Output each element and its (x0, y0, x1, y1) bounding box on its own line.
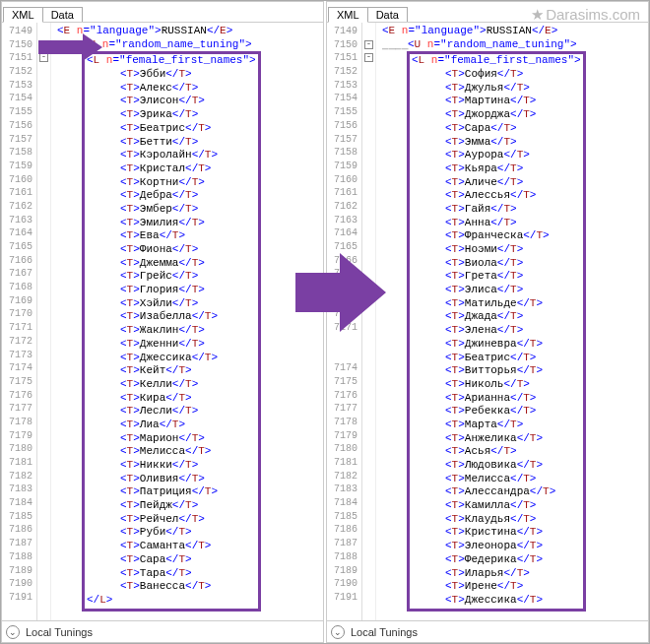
code-line[interactable]: <T>Кристина</T> (412, 526, 581, 540)
code-line[interactable]: <T>Арианна</T> (412, 392, 581, 406)
code-line[interactable]: <T>Кьяра</T> (412, 162, 581, 176)
code-line[interactable]: <T>Беатрис</T> (87, 122, 256, 136)
code-line[interactable]: <T>Джессика</T> (412, 594, 581, 608)
code-line[interactable]: <T>Дженни</T> (87, 338, 256, 352)
code-line[interactable]: <L n="female_first_names"> (87, 54, 256, 68)
code-line[interactable]: <T>Анна</T> (412, 217, 581, 230)
code-line[interactable]: <T>Саманта</T> (87, 540, 256, 553)
code-line[interactable]: <T>Матильде</T> (412, 297, 581, 311)
code-line[interactable]: <T>Пейдж</T> (87, 499, 256, 513)
gutter-line: 7170 (2, 307, 36, 321)
code-line[interactable]: <T>Людовика</T> (412, 459, 581, 473)
code-line[interactable]: <T>Лиа</T> (87, 419, 256, 432)
code-line[interactable]: <T>Элиса</T> (412, 284, 581, 297)
code-line[interactable]: <T>Николь</T> (412, 378, 581, 392)
gutter-line: 7187 (2, 537, 36, 550)
code-line[interactable]: <T>Сара</T> (87, 553, 256, 567)
code-line[interactable]: <T>Дебра</T> (87, 189, 256, 203)
code-line[interactable]: <T>Иларья</T> (412, 567, 581, 581)
code-line[interactable]: <T>Фиона</T> (87, 243, 256, 257)
gutter-line: 7178 (2, 416, 36, 429)
tab-xml[interactable]: XML (3, 7, 43, 23)
code-line[interactable]: <T>Франческа</T> (412, 229, 581, 243)
left-footer[interactable]: ⌄ Local Tunings (2, 620, 323, 642)
code-line[interactable]: <T>Кристал</T> (87, 162, 256, 176)
code-line[interactable]: <T>Никки</T> (87, 459, 256, 473)
code-line[interactable]: <T>Ванесса</T> (87, 580, 256, 594)
code-line[interactable]: <T>Федерика</T> (412, 553, 581, 567)
code-line[interactable]: <T>Кортни</T> (87, 176, 256, 190)
code-line[interactable]: <T>Клаудья</T> (412, 513, 581, 527)
code-line[interactable]: <T>Джемма</T> (87, 257, 256, 271)
gutter-line: 7151 (327, 51, 361, 65)
code-line[interactable]: <T>Эмма</T> (412, 136, 581, 150)
code-line[interactable]: <T>Руби</T> (87, 526, 256, 540)
code-line[interactable]: <T>Келли</T> (87, 378, 256, 392)
code-line[interactable]: <E n="language">RUSSIAN</E> (382, 25, 644, 38)
code-line[interactable]: <T>Витторья</T> (412, 364, 581, 378)
code-line[interactable]: <T>Кира</T> (87, 392, 256, 406)
code-line[interactable]: <T>Тара</T> (87, 567, 256, 581)
code-line[interactable]: <T>Сара</T> (412, 122, 581, 136)
code-line[interactable]: <T>Джиневра</T> (412, 338, 581, 352)
code-line[interactable]: <T>София</T> (412, 68, 581, 82)
gutter-line: 7174 (327, 361, 361, 375)
code-line[interactable]: <T>Ноэми</T> (412, 243, 581, 257)
fold-toggle[interactable]: - (364, 40, 373, 49)
code-line[interactable]: <T>Грейс</T> (87, 270, 256, 284)
code-line[interactable]: <T>Эмилия</T> (87, 217, 256, 230)
code-line[interactable]: <T>Жаклин</T> (87, 324, 256, 338)
chevron-down-icon[interactable]: ⌄ (6, 625, 20, 639)
fold-toggle[interactable]: - (364, 53, 373, 62)
code-line[interactable]: <T>Мелисса</T> (87, 445, 256, 459)
code-line[interactable]: <T>Лесли</T> (87, 405, 256, 419)
code-line[interactable]: <T>Гайя</T> (412, 203, 581, 217)
code-line[interactable]: <T>Асья</T> (412, 445, 581, 459)
code-line[interactable]: <T>Джада</T> (412, 310, 581, 324)
code-line[interactable]: <T>Марта</T> (412, 419, 581, 432)
code-line[interactable]: <T>Джулья</T> (412, 82, 581, 96)
code-line[interactable]: <T>Элисон</T> (87, 95, 256, 108)
tab-data[interactable]: Data (42, 7, 83, 22)
code-line[interactable]: <T>Ирене</T> (412, 580, 581, 594)
code-line[interactable]: <T>Виола</T> (412, 257, 581, 271)
code-line[interactable]: <T>Кейт</T> (87, 364, 256, 378)
code-line[interactable]: <T>Алессья</T> (412, 189, 581, 203)
code-line[interactable]: <T>Ева</T> (87, 229, 256, 243)
code-line[interactable]: <T>Мартина</T> (412, 95, 581, 108)
gutter-line: 7171 (2, 321, 36, 335)
code-line[interactable]: <T>Глория</T> (87, 284, 256, 297)
code-line[interactable]: <T>Кэролайн</T> (87, 149, 256, 162)
code-line[interactable]: <T>Элена</T> (412, 324, 581, 338)
code-line[interactable]: <T>Джорджа</T> (412, 108, 581, 122)
code-line[interactable]: <T>Джессика</T> (87, 352, 256, 365)
code-line[interactable]: <T>Аличе</T> (412, 176, 581, 190)
code-line[interactable]: <T>Рейчел</T> (87, 513, 256, 527)
code-line[interactable]: <T>Марион</T> (87, 432, 256, 446)
code-line[interactable]: <T>Камилла</T> (412, 499, 581, 513)
code-line[interactable]: <T>Алекс</T> (87, 82, 256, 96)
tab-xml[interactable]: XML (328, 7, 368, 23)
chevron-down-icon[interactable]: ⌄ (331, 625, 345, 639)
code-line[interactable]: <T>Мелисса</T> (412, 473, 581, 486)
code-line[interactable]: <T>Ребекка</T> (412, 405, 581, 419)
code-line[interactable]: <T>Изабелла</T> (87, 310, 256, 324)
code-line[interactable]: <T>Алессандра</T> (412, 485, 581, 499)
code-line[interactable]: <T>Грета</T> (412, 270, 581, 284)
code-line[interactable]: <T>Эмбер</T> (87, 203, 256, 217)
code-line[interactable]: <T>Патриция</T> (87, 485, 256, 499)
code-line[interactable]: <T>Бетти</T> (87, 136, 256, 150)
code-line[interactable]: <L n="female_first_names"> (412, 54, 581, 68)
code-line[interactable]: <T>Беатрис</T> (412, 352, 581, 365)
code-line[interactable]: </L> (87, 594, 256, 608)
code-line[interactable]: <T>Эбби</T> (87, 68, 256, 82)
right-footer[interactable]: ⌄ Local Tunings (327, 620, 648, 642)
code-line[interactable]: <T>Элеонора</T> (412, 540, 581, 553)
code-line[interactable]: <T>Хэйли</T> (87, 297, 256, 311)
code-line[interactable]: <T>Аурора</T> (412, 149, 581, 162)
code-line[interactable]: ⎯⎯⎯⎯<U n="random_name_tuning"> (382, 38, 644, 52)
code-line[interactable]: <T>Эрика</T> (87, 108, 256, 122)
tab-data[interactable]: Data (367, 7, 408, 22)
code-line[interactable]: <T>Анжелика</T> (412, 432, 581, 446)
code-line[interactable]: <T>Оливия</T> (87, 473, 256, 486)
